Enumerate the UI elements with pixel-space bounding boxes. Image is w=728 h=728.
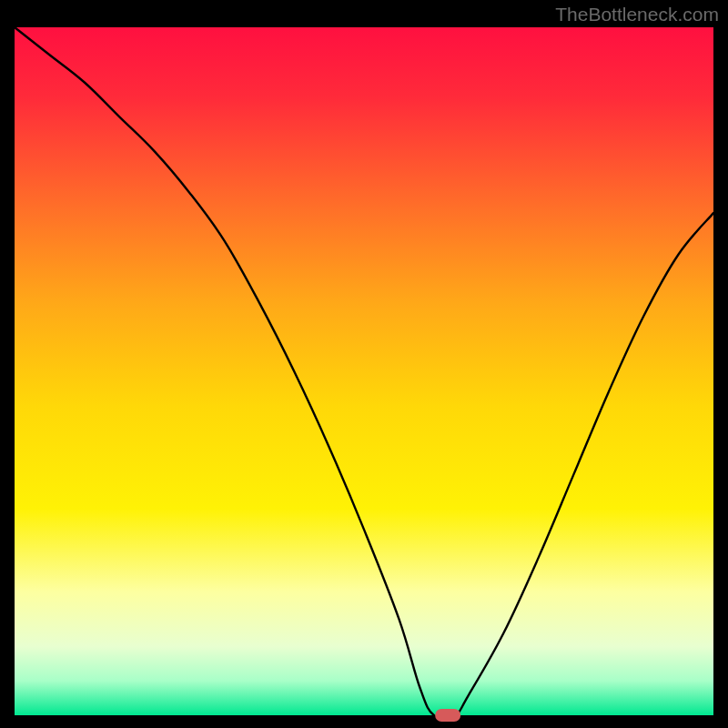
- attribution-label: TheBottleneck.com: [555, 4, 719, 25]
- optimal-point-marker: [435, 709, 460, 722]
- bottleneck-chart: [0, 0, 728, 728]
- chart-plot-area: [15, 27, 713, 715]
